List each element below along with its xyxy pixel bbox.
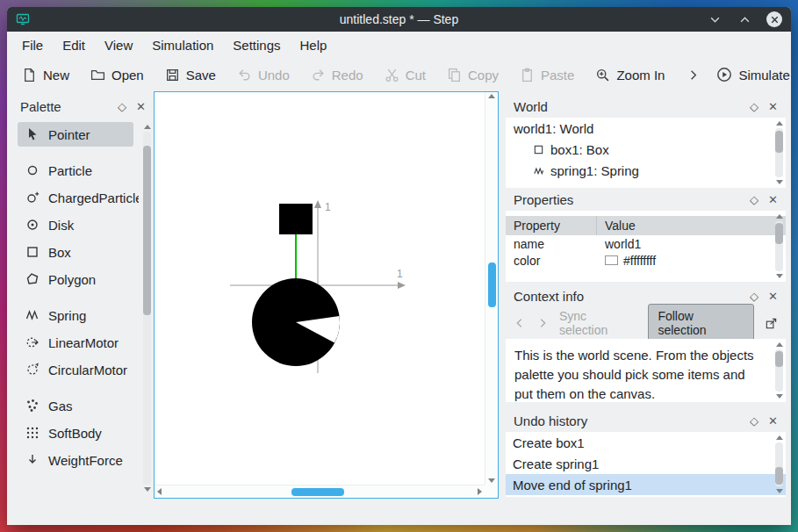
close-panel-icon[interactable]: ✕	[768, 100, 778, 113]
close-panel-icon[interactable]: ✕	[768, 290, 778, 303]
palette-item-softbody[interactable]: SoftBody	[18, 421, 133, 445]
scroll-down-icon[interactable]	[488, 478, 495, 483]
undo-item-move-end-of-spring1[interactable]: Move end of spring1	[506, 474, 786, 495]
scroll-up-icon[interactable]	[776, 121, 783, 126]
undo-scrollbar[interactable]	[773, 434, 785, 495]
save-button[interactable]: Save	[157, 63, 224, 87]
tree-item-box1[interactable]: box1: Box	[506, 139, 786, 160]
palette-scrollbar-thumb[interactable]	[143, 146, 151, 315]
world-scrollbar-track[interactable]	[775, 128, 783, 177]
palette-item-pointer[interactable]: Pointer	[18, 122, 133, 147]
canvas-horizontal-scrollbar[interactable]	[155, 485, 485, 498]
canvas-vscroll-track[interactable]	[488, 101, 496, 476]
sync-selection-button[interactable]: Sync selection	[559, 309, 637, 337]
scroll-left-icon[interactable]	[157, 488, 162, 495]
tree-item-world1[interactable]: world1: World	[506, 118, 786, 139]
context-scrollbar[interactable]	[773, 341, 785, 400]
maximize-icon[interactable]	[737, 11, 752, 27]
column-value[interactable]: Value	[597, 219, 636, 233]
properties-scrollbar-track[interactable]	[775, 221, 783, 271]
menu-simulation[interactable]: Simulation	[142, 33, 223, 57]
palette-item-weightforce[interactable]: WeightForce	[18, 448, 133, 472]
undo-scrollbar-thumb[interactable]	[775, 467, 783, 485]
titlebar[interactable]: untitled.step * — Step	[7, 7, 791, 32]
menu-file[interactable]: File	[12, 33, 53, 57]
undo-button[interactable]: Undo	[229, 63, 298, 87]
scroll-up-icon[interactable]	[776, 342, 783, 347]
float-panel-icon[interactable]: ◇	[118, 100, 126, 113]
box1-object[interactable]	[279, 204, 313, 234]
close-panel-icon[interactable]: ✕	[768, 193, 778, 206]
scroll-down-icon[interactable]	[776, 274, 783, 278]
property-row-name[interactable]: name world1	[506, 235, 786, 252]
disk1-object[interactable]	[252, 278, 340, 366]
scroll-down-icon[interactable]	[776, 394, 783, 399]
scroll-down-icon[interactable]	[776, 489, 783, 493]
menu-settings[interactable]: Settings	[223, 33, 290, 57]
context-scrollbar-track[interactable]	[775, 349, 783, 392]
close-icon[interactable]	[766, 11, 782, 27]
float-panel-icon[interactable]: ◇	[750, 100, 758, 113]
palette-item-polygon[interactable]: Polygon	[18, 267, 133, 291]
palette-item-circularmotor[interactable]: CircularMotor	[18, 357, 133, 382]
menu-help[interactable]: Help	[291, 33, 337, 57]
tree-item-spring1[interactable]: spring1: Spring	[506, 160, 786, 181]
follow-selection-button[interactable]: Follow selection	[648, 304, 754, 342]
cut-button[interactable]: Cut	[377, 63, 434, 87]
palette-scrollbar-track[interactable]	[143, 132, 151, 485]
column-property[interactable]: Property	[506, 216, 597, 235]
color-swatch	[605, 255, 618, 265]
palette-scrollbar[interactable]	[141, 123, 153, 493]
scroll-right-icon[interactable]	[478, 488, 482, 495]
menu-edit[interactable]: Edit	[53, 33, 95, 57]
float-panel-icon[interactable]: ◇	[750, 193, 758, 206]
menu-view[interactable]: View	[95, 33, 142, 57]
desktop: untitled.step * — Step File Edit View Si…	[0, 0, 798, 532]
scroll-down-icon[interactable]	[776, 180, 783, 184]
properties-scrollbar[interactable]	[773, 212, 785, 280]
property-row-color[interactable]: color #ffffffff	[506, 252, 786, 269]
undo-item-create-box1[interactable]: Create box1	[506, 432, 786, 453]
scroll-down-icon[interactable]	[144, 487, 151, 492]
palette-item-particle[interactable]: Particle	[18, 158, 133, 183]
minimize-icon[interactable]	[707, 11, 723, 27]
forward-icon[interactable]	[536, 317, 549, 329]
zoom-in-button[interactable]: Zoom In	[587, 63, 672, 87]
simulate-button[interactable]: Simulate	[708, 62, 791, 87]
y-axis-unit-label: 1	[325, 201, 331, 213]
context-scrollbar-thumb[interactable]	[775, 351, 783, 367]
float-panel-icon[interactable]: ◇	[750, 290, 758, 303]
paste-button[interactable]: Paste	[512, 63, 582, 87]
palette-item-box[interactable]: Box	[18, 240, 133, 264]
canvas-vscroll-thumb[interactable]	[488, 262, 496, 307]
close-panel-icon[interactable]: ✕	[136, 100, 146, 113]
world-scrollbar[interactable]	[773, 119, 785, 186]
palette-item-linearmotor[interactable]: LinearMotor	[18, 330, 133, 355]
canvas-hscroll-track[interactable]	[164, 488, 475, 496]
canvas-vertical-scrollbar[interactable]	[485, 92, 498, 485]
copy-button[interactable]: Copy	[439, 63, 507, 87]
palette-item-gas[interactable]: Gas	[18, 393, 133, 418]
properties-scrollbar-thumb[interactable]	[775, 223, 783, 244]
open-button[interactable]: Open	[83, 63, 152, 87]
world-scrollbar-thumb[interactable]	[775, 131, 783, 153]
weight-force-icon	[25, 452, 40, 468]
scroll-up-icon[interactable]	[144, 125, 151, 129]
back-icon[interactable]	[514, 317, 526, 329]
canvas-hscroll-thumb[interactable]	[291, 488, 344, 496]
palette-item-spring[interactable]: Spring	[18, 303, 133, 327]
redo-button[interactable]: Redo	[303, 63, 371, 87]
new-button[interactable]: New	[14, 63, 77, 87]
close-panel-icon[interactable]: ✕	[768, 414, 778, 428]
world-canvas[interactable]: 1 1	[154, 91, 499, 499]
float-panel-icon[interactable]: ◇	[750, 414, 758, 428]
scroll-up-icon[interactable]	[776, 214, 783, 219]
scroll-up-icon[interactable]	[488, 94, 495, 98]
open-in-browser-icon[interactable]	[765, 317, 778, 330]
palette-item-disk[interactable]: Disk	[18, 212, 133, 237]
palette-item-chargedparticle[interactable]: ChargedParticle	[18, 185, 133, 210]
toolbar-overflow-button[interactable]	[683, 64, 703, 86]
undo-item-create-spring1[interactable]: Create spring1	[506, 453, 786, 474]
undo-scrollbar-track[interactable]	[775, 442, 783, 486]
scroll-up-icon[interactable]	[776, 435, 783, 440]
